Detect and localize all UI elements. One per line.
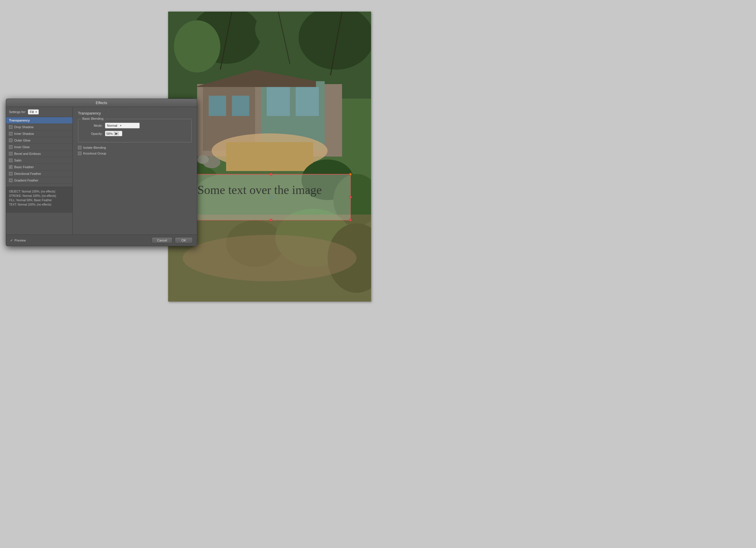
dropdown-arrow-icon: ▼ bbox=[35, 111, 37, 113]
effect-item-outer-glow[interactable]: Outer Glow bbox=[6, 137, 72, 144]
settings-for-row: Settings for: Fill ▼ bbox=[6, 107, 72, 117]
effect-label: Basic Feather bbox=[14, 165, 34, 169]
mode-row: Mode: Normal ▼ bbox=[82, 123, 187, 128]
mode-value: Normal bbox=[107, 124, 117, 127]
settings-for-value: Fill bbox=[30, 110, 34, 114]
effect-label: Transparency bbox=[9, 119, 30, 122]
dialog-footer: ✓ Preview Cancel OK bbox=[6, 235, 197, 246]
effect-item-drop-shadow[interactable]: Drop Shadow bbox=[6, 124, 72, 130]
effect-item-directional-feather[interactable]: Directional Feather bbox=[6, 170, 72, 177]
svg-rect-12 bbox=[209, 96, 226, 116]
effect-label: Satin bbox=[14, 159, 21, 162]
opacity-field[interactable]: 58% ▶ bbox=[105, 131, 122, 136]
effects-list: Transparency Drop Shadow Inner Shadow bbox=[6, 117, 72, 187]
knockout-group-label: Knockout Group bbox=[83, 152, 106, 155]
isolate-blending-label: Isolate Blending bbox=[83, 146, 106, 149]
svg-point-5 bbox=[174, 20, 220, 72]
canvas-area: ∞ bbox=[168, 12, 371, 302]
effects-dialog: Effects Settings for: Fill ▼ Transparenc… bbox=[6, 99, 197, 246]
isolate-blending-checkbox[interactable] bbox=[78, 146, 81, 149]
summary-stroke: STROKE: Normal 100%; (no effects) bbox=[9, 194, 70, 198]
panel-title: Transparency bbox=[78, 111, 192, 115]
svg-rect-18 bbox=[226, 142, 313, 171]
outer-glow-checkbox[interactable] bbox=[9, 139, 12, 142]
svg-point-30 bbox=[183, 235, 357, 281]
satin-checkbox[interactable] bbox=[9, 159, 12, 162]
svg-rect-14 bbox=[267, 87, 290, 116]
opacity-label: Opacity: bbox=[82, 132, 103, 135]
mode-dropdown-arrow-icon: ▼ bbox=[119, 124, 122, 127]
effect-label: Outer Glow bbox=[14, 139, 30, 142]
footer-buttons: Cancel OK bbox=[152, 237, 193, 244]
gradient-feather-checkbox[interactable] bbox=[9, 179, 12, 182]
right-panel: Transparency Basic Blending Mode: Normal… bbox=[73, 107, 197, 235]
mode-label: Mode: bbox=[82, 124, 103, 127]
drop-shadow-checkbox[interactable] bbox=[9, 125, 12, 129]
dialog-title: Effects bbox=[6, 99, 197, 107]
svg-point-24 bbox=[197, 155, 209, 164]
opacity-value: 58% bbox=[106, 132, 113, 135]
isolate-blending-row[interactable]: Isolate Blending bbox=[78, 146, 192, 149]
effect-item-inner-shadow[interactable]: Inner Shadow bbox=[6, 130, 72, 137]
inner-shadow-checkbox[interactable] bbox=[9, 132, 12, 135]
effect-item-transparency[interactable]: Transparency bbox=[6, 117, 72, 124]
basic-feather-checkbox[interactable] bbox=[9, 165, 12, 169]
effect-label: Inner Glow bbox=[14, 145, 30, 149]
effect-item-satin[interactable]: Satin bbox=[6, 157, 72, 164]
effect-item-basic-feather[interactable]: Basic Feather bbox=[6, 164, 72, 170]
effect-label: Directional Feather bbox=[14, 172, 41, 175]
text-overlay-box[interactable]: Some text over the image bbox=[191, 174, 351, 220]
effects-summary: OBJECT: Normal 100%; (no effects) STROKE… bbox=[6, 187, 72, 213]
effect-item-inner-glow[interactable]: Inner Glow bbox=[6, 144, 72, 150]
svg-rect-13 bbox=[232, 96, 249, 116]
effect-item-bevel-emboss[interactable]: Bevel and Emboss bbox=[6, 150, 72, 157]
preview-row[interactable]: ✓ Preview bbox=[10, 238, 26, 242]
directional-feather-checkbox[interactable] bbox=[9, 172, 12, 175]
left-panel: Settings for: Fill ▼ Transparency Drop S… bbox=[6, 107, 73, 235]
basic-blending-label: Basic Blending bbox=[81, 117, 105, 120]
knockout-group-checkbox[interactable] bbox=[78, 152, 81, 155]
summary-text: TEXT: Normal 100%; (no effects) bbox=[9, 202, 70, 207]
inner-glow-checkbox[interactable] bbox=[9, 145, 12, 149]
summary-object: OBJECT: Normal 100%; (no effects) bbox=[9, 189, 70, 194]
effect-label: Drop Shadow bbox=[14, 125, 34, 129]
summary-fill: FILL: Normal 58%; Basic Feather bbox=[9, 198, 70, 202]
opacity-row: Opacity: 58% ▶ bbox=[82, 131, 187, 136]
preview-check-icon: ✓ bbox=[10, 238, 13, 242]
svg-rect-15 bbox=[296, 87, 319, 116]
effect-label: Bevel and Emboss bbox=[14, 152, 41, 155]
settings-for-label: Settings for: bbox=[9, 110, 26, 114]
ok-button[interactable]: OK bbox=[175, 237, 193, 244]
settings-for-dropdown[interactable]: Fill ▼ bbox=[28, 109, 39, 115]
knockout-group-row[interactable]: Knockout Group bbox=[78, 152, 192, 155]
cancel-button[interactable]: Cancel bbox=[152, 237, 172, 244]
bottom-line bbox=[192, 220, 350, 221]
preview-label: Preview bbox=[14, 239, 26, 242]
mode-dropdown[interactable]: Normal ▼ bbox=[105, 123, 140, 128]
basic-blending-group: Basic Blending Mode: Normal ▼ Opacity: 5… bbox=[78, 119, 192, 142]
overlay-text: Some text over the image bbox=[192, 174, 350, 206]
opacity-stepper[interactable]: ▶ bbox=[114, 132, 119, 135]
effect-label: Gradient Feather bbox=[14, 179, 38, 182]
effect-item-gradient-feather[interactable]: Gradient Feather bbox=[6, 177, 72, 184]
effect-label: Inner Shadow bbox=[14, 132, 34, 135]
bevel-emboss-checkbox[interactable] bbox=[9, 152, 12, 155]
